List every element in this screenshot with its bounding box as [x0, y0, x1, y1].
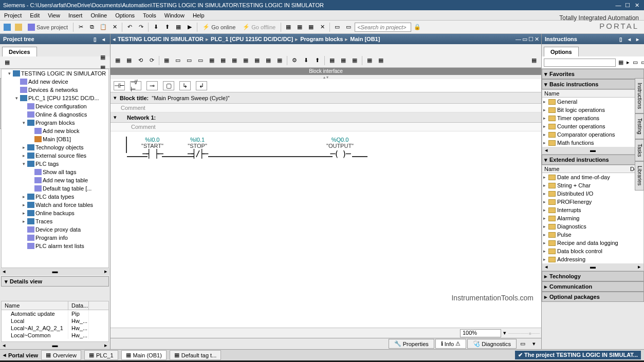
- instruction-folder[interactable]: ▸PROFIenergy: [542, 198, 643, 206]
- undo-button[interactable]: ↶: [124, 22, 135, 32]
- network-label[interactable]: Network 1:: [127, 115, 156, 121]
- tree-node[interactable]: Device configuration: [2, 102, 108, 110]
- block-title-value[interactable]: "Main Program Sweep (Cycle)": [152, 95, 229, 101]
- instruction-folder[interactable]: ▸Math functions: [542, 139, 643, 147]
- tab-properties[interactable]: 🔧 Properties: [389, 339, 434, 349]
- instruction-folder[interactable]: ▸Alarming: [542, 214, 643, 222]
- instruction-folder[interactable]: ▸Recipe and data logging: [542, 239, 643, 247]
- options-tab[interactable]: Options: [544, 47, 579, 56]
- details-row[interactable]: LocalHw_...: [2, 317, 108, 325]
- section-communication[interactable]: ▸Communication: [542, 281, 644, 292]
- tree-node[interactable]: ▸External source files: [2, 151, 108, 160]
- editor-min-button[interactable]: —: [516, 36, 521, 43]
- crumb-blocks[interactable]: Program blocks: [300, 36, 343, 42]
- details-row[interactable]: Local~CommonHw_...: [2, 332, 108, 339]
- editor-tb-icon[interactable]: ▦: [241, 55, 251, 66]
- tree-node[interactable]: Program info: [2, 234, 108, 242]
- editor-tb-icon[interactable]: ⬆: [312, 55, 322, 66]
- fav-no-contact[interactable]: ⊣⊢: [114, 81, 125, 90]
- collapse-icon[interactable]: ▯: [91, 35, 99, 43]
- instruction-folder[interactable]: ▸Data block control: [542, 247, 643, 255]
- editor-restore-button[interactable]: ▭: [522, 36, 527, 43]
- panel-icon[interactable]: ▯: [617, 35, 624, 43]
- options-btn[interactable]: ▸: [626, 58, 630, 68]
- fav-branch[interactable]: ↳: [179, 81, 191, 90]
- network-caret[interactable]: ▾: [114, 114, 117, 121]
- instruction-folder[interactable]: ▸Timer operations: [542, 114, 643, 122]
- options-btn[interactable]: ▭: [632, 58, 638, 68]
- ladder-contact[interactable]: %I0.1"STOP"─┤/├─: [188, 137, 207, 159]
- tab-diagnostics[interactable]: 🩺 Diagnostics: [467, 339, 517, 349]
- tree-node[interactable]: ▸Technology objects: [2, 143, 108, 151]
- crumb-project[interactable]: TESTING LOGIC IN SIMULATOR: [118, 36, 204, 42]
- ladder-contact[interactable]: %I0.0"START"─┤ ├─: [141, 137, 163, 159]
- zoom-dropdown-icon[interactable]: ▾: [503, 330, 506, 336]
- tree-node[interactable]: Default tag table [...: [2, 184, 108, 193]
- portal-view-button[interactable]: ◂ Portal view: [3, 352, 38, 358]
- upload-button[interactable]: ⬆: [162, 22, 172, 32]
- details-row[interactable]: Automatic updatePip: [2, 310, 108, 317]
- tree-node[interactable]: Devices & networks: [2, 86, 108, 94]
- search-button[interactable]: 🔒: [412, 22, 422, 32]
- section-basic[interactable]: ▾Basic instructions: [542, 79, 644, 89]
- devices-tab[interactable]: Devices: [2, 47, 37, 56]
- toolbar-icon[interactable]: ▦: [295, 22, 305, 32]
- crumb-main[interactable]: Main [OB1]: [350, 36, 380, 42]
- details-view-header[interactable]: ▾Details view: [1, 276, 109, 287]
- instruction-folder[interactable]: ▸General: [542, 98, 643, 106]
- menu-options[interactable]: Options: [111, 10, 139, 20]
- download-button[interactable]: ⬇: [151, 22, 161, 32]
- side-tab-testing[interactable]: Testing: [635, 113, 644, 139]
- fav-coil[interactable]: ⊸: [146, 81, 158, 90]
- editor-tb-icon[interactable]: ▦: [113, 55, 123, 66]
- section-optional[interactable]: ▸Optional packages: [542, 292, 644, 302]
- simulate-button[interactable]: ▶: [185, 22, 195, 32]
- go-online-button[interactable]: ⚡Go online: [199, 24, 238, 30]
- scroll-thumb[interactable]: ▬: [51, 342, 59, 349]
- side-tab-tasks[interactable]: Tasks: [635, 139, 644, 162]
- section-favorites[interactable]: ▾Favorites: [542, 69, 644, 79]
- tree-node[interactable]: ▾PLC tags: [2, 160, 108, 168]
- tree-node[interactable]: Main [OB1]: [2, 135, 108, 143]
- options-btn[interactable]: ▦: [618, 58, 624, 68]
- editor-tb-icon[interactable]: ⬇: [301, 55, 311, 66]
- tree-node[interactable]: ▸Online backups: [2, 209, 108, 217]
- toolbar-icon[interactable]: ▦: [283, 22, 293, 32]
- editor-tb-icon[interactable]: ⟲: [135, 55, 145, 66]
- maximize-button[interactable]: ☐: [623, 2, 632, 9]
- side-tab-instructions[interactable]: Instructions: [635, 78, 644, 113]
- toolbar-icon[interactable]: ▭: [343, 22, 354, 32]
- editor-max-button[interactable]: ☐: [528, 36, 533, 43]
- open-project-button[interactable]: [13, 22, 24, 32]
- editor-tb-icon[interactable]: ⟳: [146, 55, 157, 66]
- menu-view[interactable]: View: [44, 10, 64, 20]
- search-project-input[interactable]: [355, 23, 411, 32]
- menu-project[interactable]: Project: [0, 10, 26, 20]
- pin-icon[interactable]: ◂: [100, 35, 107, 43]
- editor-tb-icon[interactable]: ▦: [274, 55, 285, 66]
- toolbar-icon[interactable]: ▦: [306, 22, 316, 32]
- editor-tb-icon[interactable]: ▦: [376, 55, 386, 66]
- instruction-folder[interactable]: ▸Bit logic operations: [542, 106, 643, 114]
- inspector-toggle[interactable]: ▭: [518, 339, 528, 349]
- toolbar-icon[interactable]: ✕: [317, 22, 327, 32]
- go-offline-button[interactable]: ⚡Go offline: [240, 24, 279, 30]
- details-col-data[interactable]: Data...: [68, 301, 89, 310]
- open-doc-tags[interactable]: ▦ Default tag t...: [170, 350, 221, 360]
- editor-tb-icon[interactable]: ▦: [327, 55, 337, 66]
- editor-tb-icon[interactable]: ▭: [173, 55, 183, 66]
- tree-node[interactable]: PLC alarm text lists: [2, 242, 108, 250]
- tree-node[interactable]: Add new block: [2, 127, 108, 135]
- tree-node[interactable]: ▾Program blocks: [2, 119, 108, 127]
- menu-edit[interactable]: Edit: [26, 10, 44, 20]
- fav-branch-close[interactable]: ↲: [196, 81, 207, 90]
- panel-icon[interactable]: ▸: [634, 35, 641, 43]
- scroll-right[interactable]: ▸: [102, 342, 110, 349]
- instruction-folder[interactable]: ▸Comparator operations: [542, 130, 643, 139]
- ladder-editor[interactable]: %I0.0"START"─┤ ├─%I0.1"STOP"─┤/├─%Q0.0"O…: [111, 131, 541, 328]
- menu-help[interactable]: Help: [189, 10, 209, 20]
- tab-info[interactable]: ℹ Info ⚠: [435, 339, 466, 349]
- block-interface-bar[interactable]: Block interface: [111, 68, 541, 75]
- new-project-button[interactable]: [2, 22, 12, 32]
- tree-node[interactable]: ▸PLC data types: [2, 193, 108, 201]
